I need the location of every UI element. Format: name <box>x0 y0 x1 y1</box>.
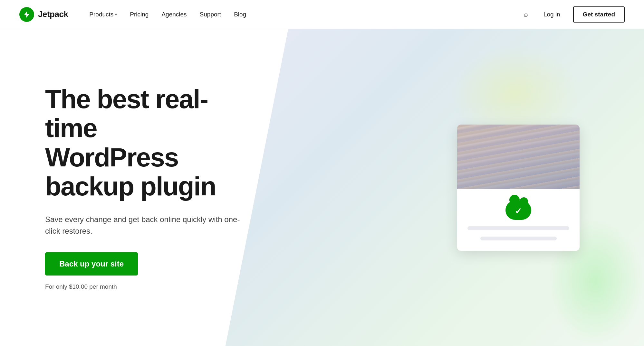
cloud-icon: ✓ <box>505 201 531 220</box>
card-image <box>457 125 580 189</box>
nav-agencies[interactable]: Agencies <box>156 8 192 21</box>
canyon-image <box>457 125 580 189</box>
search-button[interactable]: ⌕ <box>521 8 531 21</box>
cloud-check-container: ✓ <box>505 201 531 220</box>
card-line-2 <box>480 237 557 240</box>
cta-backup-button[interactable]: Back up your site <box>45 252 138 276</box>
login-button[interactable]: Log in <box>538 8 565 21</box>
nav-pricing[interactable]: Pricing <box>125 8 154 21</box>
hero-content: The best real-time WordPress backup plug… <box>0 59 290 316</box>
hero-image-card: ✓ <box>457 125 580 251</box>
search-icon: ⌕ <box>524 10 528 18</box>
nav-support[interactable]: Support <box>195 8 226 21</box>
get-started-button[interactable]: Get started <box>573 6 625 23</box>
nav-blog[interactable]: Blog <box>229 8 251 21</box>
logo-link[interactable]: Jetpack <box>19 7 68 22</box>
logo-text: Jetpack <box>38 9 68 19</box>
chevron-down-icon: ▾ <box>115 12 117 17</box>
site-header: Jetpack Products ▾ Pricing Agencies Supp… <box>0 0 644 29</box>
backup-preview-card: ✓ <box>457 125 580 251</box>
logo-icon <box>19 7 34 22</box>
hero-section: The best real-time WordPress backup plug… <box>0 29 644 346</box>
header-left: Jetpack Products ▾ Pricing Agencies Supp… <box>19 7 251 22</box>
checkmark-icon: ✓ <box>515 206 522 216</box>
card-line-1 <box>467 226 569 230</box>
pricing-note: For only $10.00 per month <box>45 283 245 290</box>
nav-products[interactable]: Products ▾ <box>84 8 122 21</box>
hero-subtitle: Save every change and get back online qu… <box>45 214 245 237</box>
jetpack-bolt-icon <box>23 10 31 19</box>
main-nav: Products ▾ Pricing Agencies Support Blog <box>84 8 251 21</box>
header-right: ⌕ Log in Get started <box>521 6 625 23</box>
hero-title: The best real-time WordPress backup plug… <box>45 85 245 201</box>
card-body: ✓ <box>457 189 580 251</box>
